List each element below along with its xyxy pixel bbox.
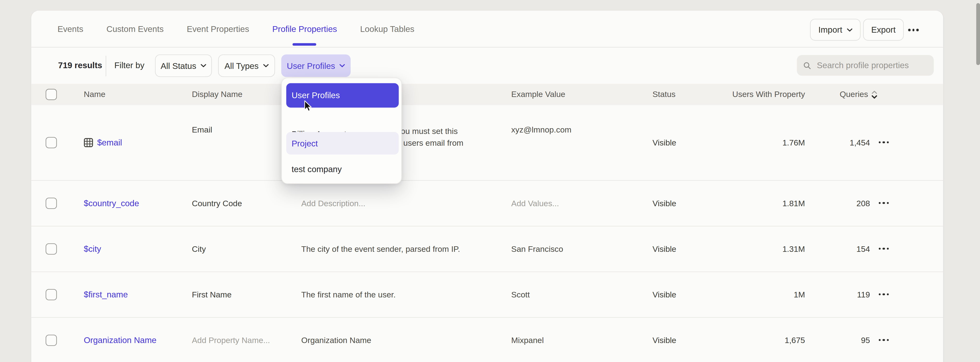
table-grid-icon bbox=[84, 138, 93, 147]
property-name-label: Organization Name bbox=[84, 336, 156, 345]
property-name-link[interactable]: $city bbox=[84, 244, 101, 254]
queries-cell: 154 bbox=[856, 244, 870, 254]
row-menu-button[interactable] bbox=[878, 339, 889, 341]
users-with-property-cell: 1.31M bbox=[783, 244, 805, 254]
tab-events[interactable]: Events bbox=[57, 11, 83, 47]
export-button[interactable]: Export bbox=[863, 19, 904, 41]
property-name-label: $email bbox=[97, 138, 122, 147]
users-with-property-cell: 1M bbox=[794, 290, 805, 299]
chevron-down-icon bbox=[339, 64, 345, 68]
column-header-queries-label: Queries bbox=[840, 89, 868, 99]
profile-type-dropdown-menu: User Profiles Billing Account Project te… bbox=[282, 78, 402, 184]
row-menu-button[interactable] bbox=[878, 141, 889, 144]
status-cell: Visible bbox=[652, 138, 676, 147]
queries-cell: 119 bbox=[857, 290, 870, 299]
dropdown-item-project[interactable]: Project bbox=[286, 132, 398, 155]
property-name-link[interactable]: Organization Name bbox=[84, 336, 156, 345]
row-checkbox[interactable] bbox=[46, 137, 57, 148]
status-filter-button[interactable]: All Status bbox=[155, 54, 212, 77]
queries-cell: 95 bbox=[861, 336, 870, 345]
status-filter-label: All Status bbox=[161, 61, 196, 70]
column-header-display-name: Display Name bbox=[192, 89, 242, 99]
search-input[interactable] bbox=[817, 61, 928, 70]
description-cell: The first name of the user. bbox=[301, 289, 476, 301]
row-checkbox[interactable] bbox=[46, 289, 57, 300]
row-checkbox[interactable] bbox=[46, 243, 57, 255]
filter-toolbar: 719 results Filter by All Status All Typ… bbox=[31, 48, 943, 84]
import-button[interactable]: Import bbox=[810, 19, 861, 41]
description-cell: The city of the event sender, parsed fro… bbox=[301, 243, 476, 255]
type-filter-button[interactable]: All Types bbox=[218, 54, 275, 77]
queries-cell: 208 bbox=[856, 199, 870, 208]
tab-profile-properties[interactable]: Profile Properties bbox=[272, 11, 337, 47]
tab-lookup-tables[interactable]: Lookup Tables bbox=[360, 11, 414, 47]
status-cell: Visible bbox=[652, 244, 676, 254]
active-tab-underline bbox=[293, 43, 317, 46]
more-options-button[interactable] bbox=[908, 28, 919, 32]
tab-bar: Events Custom Events Event Properties Pr… bbox=[31, 11, 943, 48]
search-box bbox=[797, 55, 934, 76]
display-name-cell: First Name bbox=[192, 290, 232, 299]
table-header: Name Display Name Example Value Status U… bbox=[31, 84, 943, 105]
table-row: Organization Name Add Property Name... O… bbox=[31, 318, 943, 362]
row-menu-button[interactable] bbox=[878, 293, 889, 295]
property-name-link[interactable]: $email bbox=[84, 138, 122, 147]
property-name-label: $first_name bbox=[84, 290, 128, 299]
export-button-label: Export bbox=[871, 25, 896, 34]
column-header-queries[interactable]: Queries bbox=[840, 89, 878, 100]
search-icon bbox=[803, 60, 811, 70]
property-name-label: $country_code bbox=[84, 199, 139, 208]
profile-properties-screen: Events Custom Events Event Properties Pr… bbox=[0, 0, 980, 362]
example-value-cell[interactable]: Add Values... bbox=[511, 199, 646, 208]
queries-cell: 1,454 bbox=[850, 138, 870, 147]
row-menu-button[interactable] bbox=[878, 202, 889, 204]
status-cell: Visible bbox=[652, 199, 676, 208]
profile-type-filter-label: User Profiles bbox=[287, 61, 335, 70]
row-checkbox[interactable] bbox=[46, 335, 57, 346]
column-header-users-with-property: Users With Property bbox=[732, 89, 805, 99]
chevron-down-icon bbox=[201, 64, 206, 68]
example-value-cell: San Francisco bbox=[511, 244, 646, 254]
sort-icon bbox=[871, 90, 878, 99]
property-name-label: $city bbox=[84, 244, 101, 254]
filter-by-label: Filter by bbox=[115, 61, 145, 70]
mouse-cursor bbox=[304, 100, 312, 115]
property-name-link[interactable]: $first_name bbox=[84, 290, 128, 299]
status-cell: Visible bbox=[652, 336, 676, 345]
chevron-down-icon bbox=[263, 64, 268, 68]
chevron-down-icon bbox=[846, 28, 852, 32]
table-row: $email Email The user's email address. Y… bbox=[31, 105, 943, 181]
column-header-example-value: Example Value bbox=[511, 89, 565, 99]
vertical-scrollbar[interactable] bbox=[976, 3, 980, 65]
display-name-cell: Email bbox=[192, 125, 212, 134]
profile-type-filter-button[interactable]: User Profiles bbox=[282, 54, 351, 77]
display-name-cell: Country Code bbox=[192, 199, 242, 208]
profile-properties-panel: Events Custom Events Event Properties Pr… bbox=[31, 11, 943, 362]
row-checkbox[interactable] bbox=[46, 198, 57, 209]
table-row: $city City The city of the event sender,… bbox=[31, 226, 943, 272]
toolbar-divider bbox=[105, 56, 106, 77]
tab-custom-events[interactable]: Custom Events bbox=[107, 11, 164, 47]
column-header-status: Status bbox=[652, 89, 676, 99]
table-row: $first_name First Name The first name of… bbox=[31, 272, 943, 318]
example-value-cell: xyz@lmnop.com bbox=[511, 125, 646, 134]
type-filter-label: All Types bbox=[224, 61, 259, 70]
property-name-link[interactable]: $country_code bbox=[84, 199, 139, 208]
example-value-cell: Mixpanel bbox=[511, 336, 646, 345]
example-value-cell: Scott bbox=[511, 290, 646, 299]
dropdown-item-test-company[interactable]: test company bbox=[286, 158, 398, 180]
select-all-checkbox[interactable] bbox=[46, 89, 57, 100]
dropdown-item-user-profiles[interactable]: User Profiles bbox=[286, 83, 398, 107]
description-cell[interactable]: Add Description... bbox=[301, 197, 476, 209]
row-menu-button[interactable] bbox=[878, 248, 889, 250]
users-with-property-cell: 1,675 bbox=[785, 336, 805, 345]
users-with-property-cell: 1.76M bbox=[783, 138, 805, 147]
column-header-name: Name bbox=[84, 89, 105, 99]
display-name-cell: City bbox=[192, 244, 206, 254]
table-row: $country_code Country Code Add Descripti… bbox=[31, 181, 943, 226]
description-cell: Organization Name bbox=[301, 334, 476, 346]
users-with-property-cell: 1.81M bbox=[783, 199, 805, 208]
tab-event-properties[interactable]: Event Properties bbox=[187, 11, 249, 47]
display-name-cell[interactable]: Add Property Name... bbox=[192, 336, 270, 345]
import-button-label: Import bbox=[818, 25, 842, 34]
